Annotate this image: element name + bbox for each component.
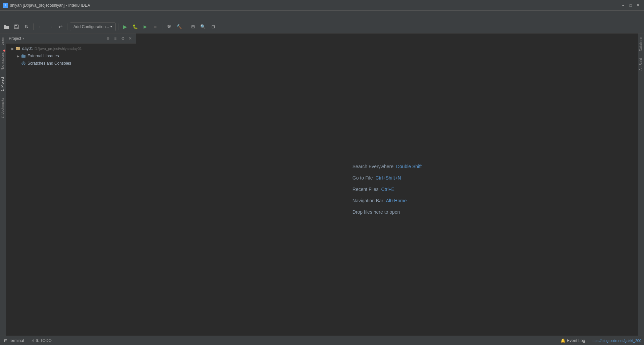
- sidebar-header: Project ▾ ⊕ ≡ ⚙ ✕: [6, 33, 136, 44]
- tree-item-external-libraries[interactable]: ▶ External Libraries: [6, 52, 136, 60]
- open-folder-button[interactable]: [2, 22, 11, 31]
- notifications-panel-label[interactable]: Notifications: [0, 49, 5, 74]
- bookmarks-panel-label[interactable]: 2: Bookmarks: [0, 94, 6, 122]
- navigation-bar-row[interactable]: Navigation Bar Alt+Home: [353, 198, 407, 203]
- back-button[interactable]: ←: [36, 22, 45, 31]
- recent-files-label: Recent Files: [353, 187, 379, 192]
- build2-button[interactable]: 🔨: [175, 22, 183, 31]
- project-dropdown-arrow[interactable]: ▾: [22, 37, 24, 40]
- search-button[interactable]: 🔍: [199, 22, 207, 31]
- bottom-bar: ⊟ Terminal ☑ 6: TODO 🔔 Event Log https:/…: [0, 336, 644, 345]
- separator-4: [162, 23, 162, 30]
- terminal-label: Terminal: [9, 338, 24, 343]
- build-button[interactable]: ⚒: [165, 22, 173, 31]
- sidebar-close-button[interactable]: ✕: [127, 36, 133, 42]
- todo-label: 6: TODO: [36, 338, 52, 343]
- close-button[interactable]: ✕: [635, 2, 641, 9]
- sync-button[interactable]: ↻: [22, 22, 31, 31]
- add-config-dropdown-icon: ▾: [110, 25, 112, 28]
- toolbar: ↻ ← → ↩ Add Configuration... ▾ ▶ 🐛 ▶ ■ ⚒…: [0, 20, 644, 33]
- sidebar-actions: ⊕ ≡ ⚙ ✕: [105, 36, 133, 42]
- undo-button[interactable]: ↩: [56, 22, 65, 31]
- svg-point-8: [22, 62, 24, 64]
- svg-rect-2: [15, 27, 18, 28]
- day01-arrow[interactable]: ▶: [10, 46, 15, 51]
- database-panel-label[interactable]: Database: [638, 33, 644, 55]
- todo-icon: ☑: [31, 338, 34, 343]
- svg-rect-6: [22, 54, 23, 55]
- ext-lib-icon: [21, 53, 26, 59]
- project-tree: ▶ day01 D:\java_project\shiyan\day01 ▶: [6, 44, 136, 339]
- search-everywhere-shortcut: Double Shift: [396, 164, 422, 169]
- tree-item-day01[interactable]: ▶ day01 D:\java_project\shiyan\day01: [6, 45, 136, 52]
- svg-rect-3: [16, 47, 20, 50]
- scratches-icon: [21, 61, 26, 66]
- app-icon: I: [3, 3, 8, 8]
- notification-dot: [3, 50, 5, 52]
- window-title: shiyan [D:\java_project\shiyan] - Intell…: [10, 3, 90, 8]
- svg-rect-5: [21, 55, 25, 58]
- bottom-left-area: ⊟ Terminal ☑ 6: TODO: [3, 338, 53, 344]
- art-build-panel-label[interactable]: Art Build: [638, 55, 644, 74]
- recent-files-row[interactable]: Recent Files Ctrl+E: [353, 187, 394, 192]
- todo-tab[interactable]: ☑ 6: TODO: [29, 338, 53, 344]
- locate-button[interactable]: ⊕: [105, 36, 111, 42]
- separator-5: [186, 23, 186, 30]
- separator-3: [118, 23, 118, 30]
- event-log-icon: 🔔: [560, 338, 566, 343]
- navigation-bar-label: Navigation Bar: [353, 198, 383, 203]
- left-side-panel: Learn Notifications 1: Project 2: Bookma…: [0, 33, 6, 345]
- add-configuration-button[interactable]: Add Configuration... ▾: [70, 22, 116, 31]
- settings-button[interactable]: ⊡: [209, 22, 217, 31]
- separator-1: [33, 23, 34, 30]
- ext-lib-label: External Libraries: [28, 54, 59, 58]
- day01-label: day01: [22, 46, 33, 51]
- editor-area: Search Everywhere Double Shift Go to Fil…: [136, 33, 638, 345]
- drop-files-label: Drop files here to open: [353, 209, 400, 215]
- project-panel-label[interactable]: 1: Project: [0, 74, 6, 94]
- separator-2: [67, 23, 67, 30]
- sidebar-title: Project ▾: [9, 36, 24, 41]
- day01-path: D:\java_project\shiyan\day01: [35, 47, 82, 51]
- title-bar-left: I shiyan [D:\java_project\shiyan] - Inte…: [3, 3, 90, 8]
- go-to-file-row[interactable]: Go to File Ctrl+Shift+N: [353, 175, 401, 181]
- ext-lib-arrow[interactable]: ▶: [15, 53, 21, 59]
- drop-files-row: Drop files here to open: [353, 209, 400, 215]
- terminal-button[interactable]: ⊞: [189, 22, 197, 31]
- terminal-tab[interactable]: ⊟ Terminal: [3, 338, 25, 344]
- terminal-icon: ⊟: [4, 338, 7, 343]
- sidebar-settings-button[interactable]: ⚙: [120, 36, 126, 42]
- run-coverage-button[interactable]: ▶: [141, 22, 150, 31]
- svg-rect-1: [15, 25, 17, 26]
- recent-files-shortcut: Ctrl+E: [381, 187, 394, 192]
- project-sidebar: Project ▾ ⊕ ≡ ⚙ ✕ ▶: [6, 33, 136, 345]
- save-button[interactable]: [12, 22, 21, 31]
- minimize-button[interactable]: −: [620, 2, 627, 9]
- csdn-link[interactable]: https://blog.csdn.net/gakki_200: [590, 339, 641, 343]
- navigation-bar-shortcut: Alt+Home: [386, 198, 407, 203]
- forward-button[interactable]: →: [46, 22, 55, 31]
- search-everywhere-row[interactable]: Search Everywhere Double Shift: [353, 164, 422, 169]
- maximize-button[interactable]: □: [627, 2, 634, 9]
- window-controls: − □ ✕: [620, 2, 641, 9]
- debug-button[interactable]: 🐛: [131, 22, 140, 31]
- scratches-label: Scratches and Consoles: [28, 61, 71, 66]
- title-bar: I shiyan [D:\java_project\shiyan] - Inte…: [0, 0, 644, 11]
- welcome-screen: Search Everywhere Double Shift Go to Fil…: [353, 164, 422, 215]
- svg-rect-4: [16, 47, 18, 48]
- go-to-file-label: Go to File: [353, 175, 373, 181]
- search-everywhere-label: Search Everywhere: [353, 164, 393, 169]
- collapse-all-button[interactable]: ≡: [112, 36, 118, 42]
- right-side-panel: Database Art Build: [638, 33, 644, 345]
- menu-bar: [0, 11, 644, 20]
- day01-icon: [15, 46, 21, 51]
- learn-panel-label[interactable]: Learn: [0, 33, 6, 49]
- go-to-file-shortcut: Ctrl+Shift+N: [375, 175, 401, 181]
- run-button[interactable]: ▶: [121, 22, 129, 31]
- event-log-button[interactable]: 🔔 Event Log: [559, 338, 586, 344]
- stop-button[interactable]: ■: [151, 22, 160, 31]
- event-log-label: Event Log: [567, 338, 585, 343]
- tree-item-scratches[interactable]: Scratches and Consoles: [6, 60, 136, 67]
- bottom-right-area: 🔔 Event Log https://blog.csdn.net/gakki_…: [559, 338, 641, 344]
